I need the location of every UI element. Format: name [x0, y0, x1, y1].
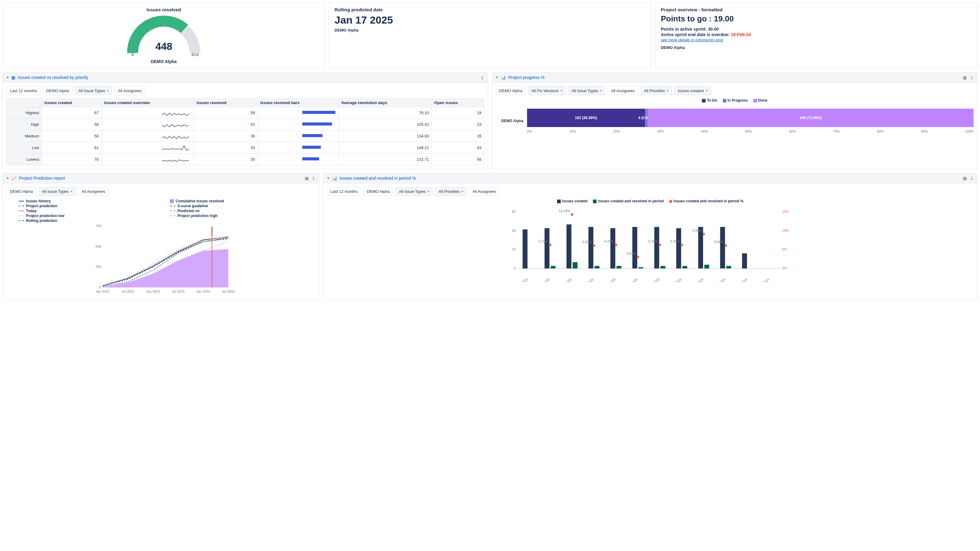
- filter-last-12-months[interactable]: Last 12 months: [327, 187, 361, 196]
- download-icon[interactable]: ⤓: [970, 176, 974, 181]
- svg-rect-6: [302, 146, 321, 149]
- table-row: High58 53 105.4223: [7, 119, 484, 130]
- svg-text:15%: 15%: [782, 210, 789, 213]
- svg-rect-63: [682, 266, 687, 268]
- progress-gadget: 📊 Project progress % ▦⤓ DEMO AlphaAll Fi…: [492, 72, 978, 169]
- svg-text:5%: 5%: [782, 247, 787, 251]
- svg-rect-52: [632, 227, 637, 268]
- overview-line2: Active sprint end date is overdue: 19-Fe…: [661, 32, 972, 37]
- period-title[interactable]: Issues created and resolved in period %: [340, 176, 960, 181]
- priority-title[interactable]: Issues created vs resolved by priority: [18, 75, 478, 80]
- table-view-icon[interactable]: ▦: [963, 75, 967, 80]
- collapse-icon[interactable]: [6, 178, 9, 179]
- filter-last-12-months[interactable]: Last 12 months: [6, 86, 40, 95]
- period-legend: Issues createdIssues created and resolve…: [327, 199, 974, 203]
- filter-all-fix-versions[interactable]: All Fix Versions: [528, 86, 566, 95]
- col-header: Issues resolved bars: [258, 98, 339, 107]
- legend-item: Issues created and resolved in period: [593, 199, 663, 203]
- svg-text:6.25%: 6.25%: [648, 240, 658, 243]
- legend-item: Issues history: [19, 199, 164, 203]
- svg-point-49: [615, 244, 617, 246]
- svg-text:6.25%: 6.25%: [539, 240, 548, 243]
- filter-demo-alpha[interactable]: DEMO Alpha: [6, 187, 36, 196]
- chart-icon: 📊: [332, 176, 337, 181]
- gauge-subtitle: DEMO Alpha: [8, 59, 319, 64]
- svg-rect-43: [595, 266, 599, 268]
- download-icon[interactable]: ⤓: [312, 176, 315, 181]
- svg-text:Apr 2024: Apr 2024: [757, 277, 770, 282]
- collapse-icon[interactable]: [327, 178, 329, 179]
- table-view-icon[interactable]: ▦: [963, 176, 967, 181]
- rolling-date: Jan 17 2025: [334, 14, 645, 26]
- filter-all-assignees[interactable]: All Assignees: [115, 86, 145, 95]
- filter-all-assignees[interactable]: All Assignees: [78, 187, 108, 196]
- line-chart-icon: 📈: [11, 176, 16, 181]
- filter-all-issue-types[interactable]: All Issue Types: [38, 187, 76, 196]
- legend-item: Today: [19, 209, 164, 213]
- priority-filters: Last 12 monthsDEMO AlphaAll Issue TypesA…: [6, 86, 484, 95]
- svg-text:10%: 10%: [782, 229, 789, 232]
- filter-issues-created[interactable]: Issues created: [675, 86, 711, 95]
- table-row: Lowest70 30 131.7156: [7, 154, 484, 165]
- legend-item: Predicted on: [170, 209, 315, 213]
- filter-all-issue-types[interactable]: All Issue Types: [75, 86, 112, 95]
- legend-item: Project prediction low: [19, 214, 164, 218]
- svg-text:Dec 2023: Dec 2023: [668, 277, 682, 282]
- svg-text:614: 614: [191, 52, 199, 57]
- col-header: Average resolution days: [339, 98, 431, 107]
- progress-legend: To DoIn ProgressDone: [496, 98, 974, 103]
- priority-table: Issues createdIssues created overviewIss…: [6, 98, 484, 165]
- filter-all-assignees[interactable]: All Assignees: [469, 187, 500, 196]
- svg-rect-47: [610, 228, 615, 268]
- svg-text:448: 448: [155, 41, 172, 52]
- svg-text:Oct 2023: Oct 2023: [625, 277, 638, 282]
- svg-point-39: [571, 213, 573, 216]
- legend-item: Issues created: [557, 199, 587, 203]
- svg-rect-77: [742, 254, 747, 268]
- svg-point-54: [637, 256, 639, 258]
- progress-xaxis: 0%10%20%30%40%50%60%70%80%90%100%: [527, 130, 974, 133]
- collapse-icon[interactable]: [6, 77, 9, 78]
- svg-text:Feb 2024: Feb 2024: [713, 277, 726, 282]
- collapse-icon[interactable]: [496, 77, 498, 78]
- svg-text:14.29%: 14.29%: [558, 209, 570, 213]
- filter-demo-alpha[interactable]: DEMO Alpha: [364, 187, 393, 196]
- download-icon[interactable]: ⤓: [970, 75, 974, 80]
- svg-text:0: 0: [514, 266, 515, 270]
- svg-rect-48: [616, 266, 621, 268]
- svg-text:Jan 2022: Jan 2022: [96, 290, 110, 293]
- filter-all-issue-types[interactable]: All Issue Types: [396, 187, 433, 196]
- community-link[interactable]: see more details in community post: [661, 38, 723, 42]
- filter-all-issue-types[interactable]: All Issue Types: [568, 86, 605, 95]
- prediction-legend: Issues historyCumulative Issues resolved…: [6, 199, 315, 223]
- prediction-gadget: 📈 Project Prediction report ▦⤓ DEMO Alph…: [2, 173, 320, 300]
- progress-title[interactable]: Project progress %: [508, 75, 960, 80]
- filter-demo-alpha[interactable]: DEMO Alpha: [496, 86, 525, 95]
- progress-bar: 162 (26.38%)4 (0.65%)448 (72.96%): [527, 109, 974, 127]
- svg-text:Jun 2023: Jun 2023: [538, 277, 550, 282]
- period-filters: Last 12 monthsDEMO AlphaAll Issue TypesA…: [327, 187, 974, 196]
- table-view-icon[interactable]: ▦: [305, 176, 309, 181]
- overview-line1: Points in active sprint: 30.00↑: [661, 27, 972, 32]
- legend-item: In Progress: [723, 98, 748, 103]
- download-icon[interactable]: ⤓: [480, 75, 484, 80]
- overview-subtitle: DEMO Alpha: [661, 45, 972, 50]
- svg-text:9.09%: 9.09%: [692, 229, 702, 232]
- svg-text:0: 0: [131, 52, 134, 57]
- legend-item: Project prediction high: [170, 214, 315, 218]
- col-header: Issues created overview: [101, 98, 194, 107]
- svg-rect-32: [544, 228, 549, 268]
- col-header: [7, 98, 42, 107]
- svg-point-44: [593, 244, 595, 247]
- priority-gadget: ▦ Issues created vs resolved by priority…: [2, 72, 488, 169]
- svg-text:Sep 2023: Sep 2023: [603, 277, 616, 282]
- svg-text:Jul 2023: Jul 2023: [560, 277, 573, 282]
- prediction-title[interactable]: Project Prediction report: [19, 176, 302, 181]
- filter-all-assignees[interactable]: All Assignees: [608, 86, 638, 95]
- filter-all-priorities[interactable]: All Priorities: [641, 86, 672, 95]
- svg-text:30: 30: [512, 229, 515, 232]
- filter-all-priorities[interactable]: All Priorities: [435, 187, 467, 196]
- progress-filters: DEMO AlphaAll Fix VersionsAll Issue Type…: [496, 86, 974, 95]
- filter-demo-alpha[interactable]: DEMO Alpha: [43, 86, 73, 95]
- legend-item: Done: [753, 98, 767, 103]
